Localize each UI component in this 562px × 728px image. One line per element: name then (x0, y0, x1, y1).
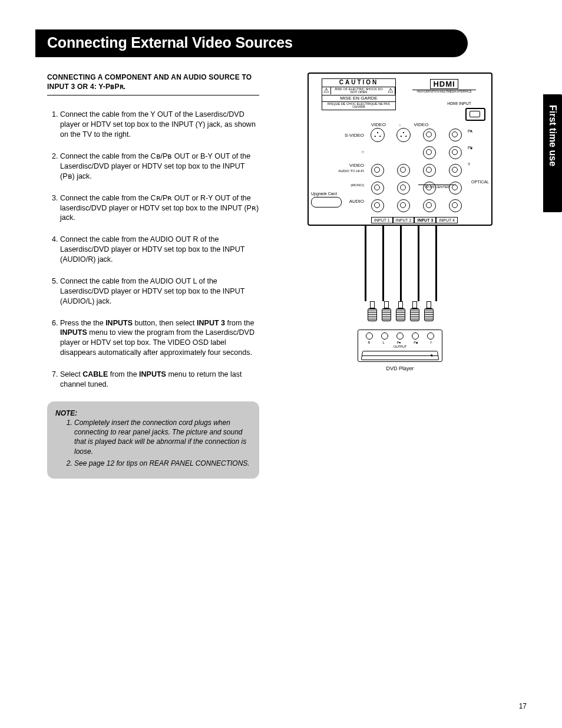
caution-label: CAUTION ⚠ RISK OF ELECTRIC SHOCK DO NOT … (322, 78, 396, 110)
step-6: Press the the INPUTS button, then select… (60, 318, 259, 358)
step-2: Connect the cable from the Cʙ/Pʙ OUT or … (60, 151, 259, 182)
jack-icon (423, 199, 436, 212)
note-label: NOTE: (55, 409, 77, 417)
jack-icon (397, 164, 410, 177)
svideo-jack-icon (371, 128, 385, 142)
jack-grid (366, 127, 467, 214)
plug-icon (410, 301, 418, 321)
cable-plugs (347, 301, 453, 321)
shock-icon: ⚠ (322, 87, 331, 94)
upgrade-slot-icon (311, 197, 342, 207)
tv-rear-panel: CAUTION ⚠ RISK OF ELECTRIC SHOCK DO NOT … (308, 73, 492, 226)
plug-icon (382, 301, 390, 321)
jack-icon (397, 199, 410, 212)
jack-icon (371, 182, 384, 195)
diagram-column: CAUTION ⚠ RISK OF ELECTRIC SHOCK DO NOT … (273, 73, 527, 479)
side-tab: First time use (543, 94, 562, 212)
hdmi-logo: HDMI HIGH-DEFINITION MULTIMEDIA INTERFAC… (412, 78, 476, 106)
page-number: 17 (519, 702, 527, 710)
input-labels: INPUT 1 INPUT 2 INPUT 3 INPUT 4 (371, 217, 458, 223)
dvd-tray-icon (361, 351, 439, 360)
dvd-jack-icon (427, 332, 434, 340)
step-1: Connect the cable from the Y OUT of the … (60, 110, 259, 140)
instructions-column: CONNECTING A COMPONENT AND AN AUDIO SOUR… (35, 73, 259, 479)
jack-icon (423, 129, 436, 141)
upgrade-card: Upgrade Card (311, 192, 342, 207)
step-4: Connect the cable from the AUDIO OUT R o… (60, 235, 259, 265)
dvd-jack-icon (412, 332, 419, 340)
jack-icon (449, 199, 462, 212)
note-1: Completely insert the connection cord pl… (74, 418, 251, 456)
jack-icon (423, 164, 436, 177)
hdmi-port-icon (465, 108, 485, 121)
dvd-jack-icon (366, 332, 373, 340)
step-3: Connect the cable from the Cʀ/Pʀ OUT or … (60, 193, 259, 223)
svideo-jack-icon (396, 128, 411, 142)
note-2: See page 12 for tips on REAR PANEL CONNE… (74, 459, 251, 468)
optical-label: OPTICAL (471, 180, 489, 184)
dvd-jack-icon (381, 332, 388, 340)
step-7: Select CABLE from the INPUTS menu to ret… (60, 370, 259, 390)
plug-icon (396, 301, 404, 321)
dvd-player-diagram: R L Pʀ Pʙ Y OUTPUT (358, 330, 442, 362)
jack-icon (397, 182, 410, 195)
step-5: Connect the cable from the AUDIO OUT L o… (60, 276, 259, 307)
jack-icon (449, 164, 462, 177)
warning-icon: ⚠ (386, 87, 395, 94)
jack-icon (423, 146, 436, 159)
plug-icon (424, 301, 432, 321)
steps-list: Connect the cable from the Y OUT of the … (47, 110, 259, 389)
dvd-jack-icon (396, 332, 404, 340)
jack-icon (449, 129, 462, 141)
component-labels: Pʀ Pʙ Y (468, 129, 472, 179)
subheading: CONNECTING A COMPONENT AND AN AUDIO SOUR… (47, 73, 259, 95)
page-title: Connecting External Video Sources (35, 29, 468, 57)
plug-icon (368, 301, 376, 321)
cable-lines-icon (353, 225, 447, 301)
note-box: NOTE: Completely insert the connection c… (47, 401, 259, 479)
jack-icon (371, 164, 384, 177)
jack-icon (371, 199, 384, 212)
tv-as-center-label: TV AS CENTER (418, 185, 456, 189)
jack-icon (449, 146, 462, 159)
dvd-caption: DVD Player (386, 365, 414, 371)
